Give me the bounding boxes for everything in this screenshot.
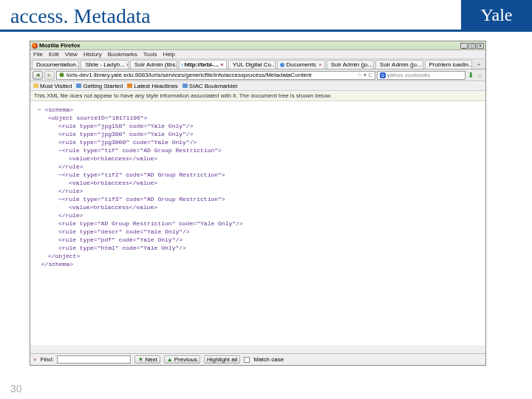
page-title: access. Metadata [10, 4, 151, 27]
bookmark-label: Latest Headlines [134, 83, 178, 89]
xml-tag: <schema> [45, 106, 73, 113]
xml-rule: <rule type="descr" code="Yale Only"/> [58, 228, 190, 235]
bookmark-item[interactable]: Getting Started [76, 83, 123, 89]
tab-label: Solr Admin (jo... [331, 61, 372, 68]
bookmark-item[interactable]: Most Visited [33, 83, 72, 89]
menu-history[interactable]: History [83, 51, 102, 58]
match-case-checkbox[interactable] [244, 357, 250, 363]
xml-tag-close: </object> [48, 253, 80, 259]
tab[interactable]: Solr Admin (jo...× [375, 60, 423, 69]
bookmark-item[interactable]: SIAC Bookmarklet [183, 83, 237, 89]
firefox-icon [32, 43, 38, 49]
xml-rule: <rule type="jpg300" code="Yale Only"/> [58, 131, 193, 137]
xml-rule: <rule type="html" code="Yale Only"/> [58, 245, 186, 251]
find-next-button[interactable]: ▼Next [134, 355, 160, 364]
bookmark-label: Getting Started [83, 83, 123, 89]
xml-rule-close: </rule> [58, 212, 83, 219]
tab-label: Slide - Ladyb... [85, 61, 124, 68]
minimize-button[interactable]: _ [460, 43, 468, 49]
menu-edit[interactable]: Edit [49, 51, 59, 58]
tab[interactable]: Documentation...× [32, 60, 79, 69]
page-icon [183, 83, 188, 88]
feed-icon [127, 83, 132, 88]
tab-label: Solr Admin (libs... [134, 61, 177, 68]
xml-info-message: This XML file does not appear to have an… [30, 91, 485, 101]
xml-value: <value>brblaccess</value> [69, 204, 157, 211]
bookmark-star-icon[interactable]: ☆ ▾ C [357, 72, 372, 78]
close-icon[interactable]: × [126, 61, 129, 68]
tab-label: Documentation... [36, 61, 79, 68]
highlight-all-button[interactable]: Highlight all [204, 355, 240, 364]
menu-file[interactable]: File [33, 51, 43, 58]
bookmark-label: SIAC Bookmarklet [189, 83, 237, 89]
find-prev-button[interactable]: ▲Previous [164, 355, 200, 364]
bookmark-label: Most Visited [40, 83, 72, 89]
page-icon [76, 83, 81, 88]
tab-label: Solr Admin (jo... [380, 61, 421, 68]
tab-label: YUL Digital Co... [233, 61, 276, 68]
xml-value: <value>brblaccess</value> [69, 155, 157, 162]
new-tab-button[interactable]: + [474, 60, 484, 69]
find-input[interactable] [57, 355, 131, 364]
menu-view[interactable]: View [65, 51, 78, 58]
xml-rule-open: <rule type="tif3" code="AD Group Restric… [62, 196, 225, 202]
xml-tag-close: </schema> [41, 261, 73, 267]
folder-icon [33, 83, 38, 88]
highlight-label: Highlight all [207, 356, 237, 363]
address-bar[interactable]: ⬣ loris-dev1.library.yale.edu:8083/loris… [56, 71, 375, 80]
forward-button[interactable]: ► [44, 71, 55, 80]
search-placeholder: yahoo zoobooks [387, 72, 430, 78]
find-label: Find: [41, 356, 54, 363]
page-number: 30 [10, 383, 22, 395]
close-icon[interactable]: × [318, 61, 322, 68]
url-text: loris-dev1.library.yale.edu:8083/loris/s… [66, 72, 312, 78]
menu-bar: File Edit View History Bookmarks Tools H… [30, 50, 485, 59]
yale-logo: Yale [461, 0, 532, 30]
menu-help[interactable]: Help [163, 51, 174, 58]
tab[interactable]: YUL Digital Co...× [228, 60, 276, 69]
findbar-close-icon[interactable]: × [33, 356, 37, 363]
maximize-button[interactable]: □ [468, 43, 476, 49]
xml-value: <value>brblaccess</value> [69, 180, 157, 186]
menu-tools[interactable]: Tools [143, 51, 157, 58]
menu-bookmarks[interactable]: Bookmarks [108, 51, 137, 58]
browser-window: Mozilla Firefox _ □ × File Edit View His… [30, 41, 486, 366]
xml-rule-open: <rule type="tif2" code="AD Group Restric… [62, 171, 225, 178]
xml-rule-open: <rule type="tif" code="AD Group Restrict… [62, 147, 222, 154]
tab[interactable]: Slide - Ladyb...× [81, 60, 128, 69]
search-engine-icon: G [380, 72, 386, 78]
window-titlebar: Mozilla Firefox _ □ × [30, 41, 485, 50]
tab-label: Documents [286, 61, 316, 68]
close-button[interactable]: × [477, 43, 484, 49]
url-toolbar: ◄ ► ⬣ loris-dev1.library.yale.edu:8083/l… [30, 69, 485, 81]
tab-label: Problem loadin... [429, 61, 472, 68]
search-box[interactable]: G yahoo zoobooks [377, 71, 466, 80]
info-text: This XML file does not appear to have an… [34, 92, 332, 99]
tab-label: http://brbl-... [184, 61, 219, 68]
tab[interactable]: Documents× [277, 60, 324, 69]
window-title: Mozilla Firefox [39, 42, 81, 49]
match-case-label: Match case [253, 356, 284, 363]
xml-rule-close: </rule> [58, 163, 83, 170]
xml-rule: <rule type="jpg150" code="Yale Only"/> [58, 123, 193, 129]
tab[interactable]: Solr Admin (libs...× [130, 60, 177, 69]
bookmark-item[interactable]: Latest Headlines [127, 83, 178, 89]
downloads-icon[interactable]: ⬇ [467, 71, 474, 79]
xml-rule: <rule type="jpg3000" code="Yale Only"/> [58, 139, 197, 146]
xml-rule-close: </rule> [58, 188, 83, 194]
find-next-label: Next [145, 356, 157, 363]
back-button[interactable]: ◄ [33, 71, 43, 80]
tab[interactable]: Problem loadin...× [425, 60, 472, 69]
xml-rule: <rule type="AD Group Restriction" code="… [58, 220, 243, 227]
xml-viewport[interactable]: − <schema> <object sourceID="10171196"> … [30, 101, 485, 345]
find-bar: × Find: ▼Next ▲Previous Highlight all Ma… [30, 353, 485, 365]
xml-rule: <rule type="pdf" code="Yale Only"/> [58, 236, 183, 243]
find-prev-label: Previous [174, 356, 197, 363]
close-icon[interactable]: × [220, 61, 224, 68]
xml-tag: <object sourceID="10171196"> [48, 115, 147, 121]
tab-active[interactable]: http://brbl-...× [179, 60, 226, 69]
home-icon[interactable]: ⌂ [476, 72, 483, 79]
tab[interactable]: Solr Admin (jo...× [327, 60, 374, 69]
tab-strip: Documentation...× Slide - Ladyb...× Solr… [30, 59, 485, 69]
site-identity-icon: ⬣ [59, 72, 64, 78]
